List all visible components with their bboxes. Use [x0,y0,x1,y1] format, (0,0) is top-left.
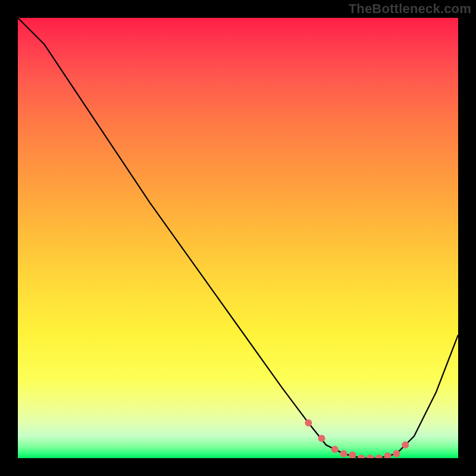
chart-frame: TheBottleneck.com [0,0,476,476]
curve-marker-dot [393,450,400,458]
curve-marker-dot [349,452,356,458]
plot-area [18,18,458,458]
curve-marker-dot [358,455,365,458]
curve-marker-dot [340,450,347,458]
curve-marker-dot [402,441,409,449]
curve-svg [18,18,458,458]
curve-marker-dot [384,452,392,458]
watermark-text: TheBottleneck.com [349,1,471,17]
curve-markers [305,419,409,458]
curve-marker-dot [331,446,339,453]
curve-marker-dot [305,419,312,427]
curve-marker-dot [367,455,374,458]
curve-marker-dot [375,455,383,458]
curve-marker-dot [318,435,325,442]
bottleneck-curve [18,18,458,458]
